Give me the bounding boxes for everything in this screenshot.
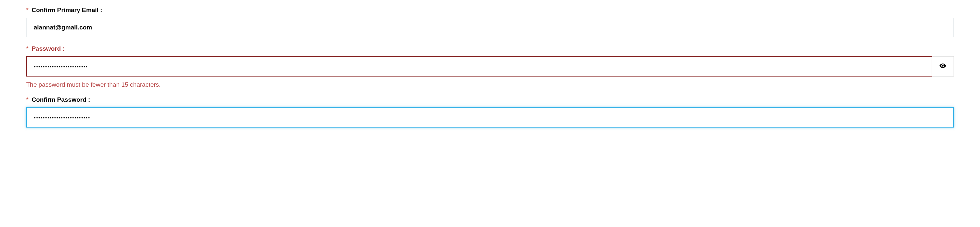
confirm-email-label-text: Confirm Primary Email : <box>32 6 102 13</box>
password-input-wrapper: •••••••••••••••••••••••• <box>26 56 954 77</box>
eye-icon <box>939 62 947 70</box>
confirm-password-masked-value: ••••••••••••••••••••••••• <box>34 115 91 120</box>
confirm-password-label-text: Confirm Password : <box>32 96 90 103</box>
toggle-password-visibility-button[interactable] <box>932 56 954 77</box>
confirm-email-input[interactable] <box>26 18 954 37</box>
confirm-email-label: * Confirm Primary Email : <box>26 6 954 14</box>
password-masked-value: •••••••••••••••••••••••• <box>34 64 88 69</box>
confirm-email-field-group: * Confirm Primary Email : <box>26 6 954 37</box>
password-label: * Password : <box>26 45 954 52</box>
password-error-message: The password must be fewer than 15 chara… <box>26 81 954 88</box>
password-label-text: Password : <box>32 45 65 52</box>
required-mark: * <box>26 96 29 103</box>
required-mark: * <box>26 6 29 13</box>
confirm-email-input-wrapper <box>26 18 954 37</box>
confirm-password-label: * Confirm Password : <box>26 96 954 103</box>
confirm-password-field-group: * Confirm Password : •••••••••••••••••••… <box>26 96 954 128</box>
password-input[interactable]: •••••••••••••••••••••••• <box>26 56 932 77</box>
confirm-password-input[interactable]: ••••••••••••••••••••••••• <box>26 107 954 128</box>
required-mark: * <box>26 45 29 52</box>
confirm-password-input-wrapper: ••••••••••••••••••••••••• <box>26 107 954 128</box>
password-field-group: * Password : •••••••••••••••••••••••• Th… <box>26 45 954 88</box>
text-caret <box>91 115 91 120</box>
